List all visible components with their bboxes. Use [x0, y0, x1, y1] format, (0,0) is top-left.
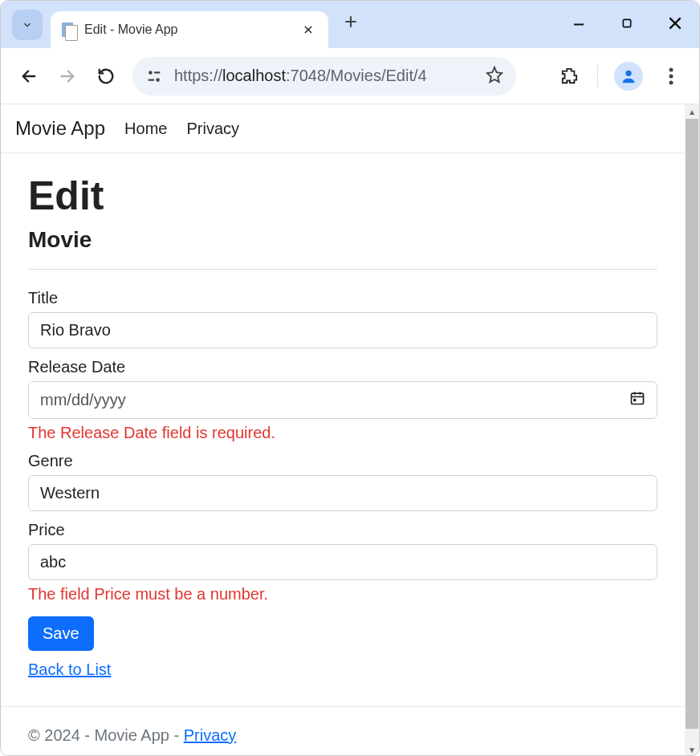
bookmark-star-icon[interactable] — [486, 66, 503, 87]
calendar-icon[interactable] — [629, 390, 645, 410]
close-window-button[interactable] — [665, 14, 685, 33]
extensions-icon[interactable] — [557, 64, 581, 88]
genre-input[interactable] — [28, 475, 657, 511]
price-error: The field Price must be a number. — [28, 585, 657, 604]
profile-button[interactable] — [614, 62, 643, 91]
app-footer: © 2024 - Movie App - Privacy — [1, 706, 685, 756]
forward-button[interactable] — [55, 64, 79, 88]
browser-toolbar: https://localhost:7048/Movies/Edit/4 — [1, 48, 699, 104]
footer-text: © 2024 - Movie App - — [28, 726, 184, 744]
svg-point-6 — [669, 80, 674, 84]
svg-point-5 — [669, 74, 674, 78]
release-date-label: Release Date — [28, 358, 657, 376]
svg-point-3 — [625, 70, 631, 75]
release-date-placeholder: mm/dd/yyyy — [40, 391, 126, 409]
nav-home[interactable]: Home — [124, 120, 167, 138]
new-tab-button[interactable] — [343, 10, 359, 35]
site-settings-icon[interactable] — [145, 67, 163, 85]
toolbar-divider — [597, 65, 598, 87]
app-navbar: Movie App Home Privacy — [1, 104, 685, 153]
price-input[interactable] — [28, 544, 657, 580]
kebab-menu-icon[interactable] — [659, 64, 683, 88]
browser-tab-strip: Edit - Movie App — [1, 1, 699, 48]
svg-point-4 — [669, 67, 674, 71]
url-text: https://localhost:7048/Movies/Edit/4 — [174, 67, 474, 85]
browser-tab[interactable]: Edit - Movie App — [51, 11, 328, 48]
svg-rect-7 — [632, 393, 644, 404]
release-date-input[interactable]: mm/dd/yyyy — [28, 381, 657, 419]
release-date-error: The Release Date field is required. — [28, 424, 657, 442]
brand-link[interactable]: Movie App — [15, 117, 105, 140]
tab-search-button[interactable] — [12, 10, 43, 40]
footer-privacy-link[interactable]: Privacy — [184, 726, 237, 744]
divider — [28, 269, 657, 270]
svg-rect-8 — [633, 399, 636, 401]
back-button[interactable] — [17, 64, 41, 88]
reload-button[interactable] — [94, 64, 118, 88]
back-to-list-link[interactable]: Back to List — [28, 660, 111, 679]
page-title: Edit — [28, 173, 657, 219]
nav-privacy[interactable]: Privacy — [186, 120, 239, 138]
maximize-button[interactable] — [617, 14, 637, 33]
svg-point-1 — [149, 71, 153, 75]
page-content: Movie App Home Privacy Edit Movie Title … — [1, 104, 685, 756]
scroll-down-arrow[interactable]: ▼ — [685, 742, 699, 756]
address-bar[interactable]: https://localhost:7048/Movies/Edit/4 — [132, 57, 516, 96]
scroll-up-arrow[interactable]: ▲ — [685, 104, 699, 119]
tab-favicon-icon — [62, 21, 76, 39]
genre-label: Genre — [28, 452, 657, 470]
scrollbar-thumb[interactable] — [686, 119, 698, 729]
page-subtitle: Movie — [28, 227, 657, 253]
price-label: Price — [28, 521, 657, 539]
tab-close-button[interactable] — [298, 21, 319, 39]
tab-title: Edit - Movie App — [84, 22, 298, 37]
title-input[interactable] — [28, 312, 657, 348]
title-label: Title — [28, 289, 657, 307]
save-button[interactable]: Save — [28, 616, 94, 651]
svg-rect-0 — [623, 19, 630, 26]
svg-point-2 — [156, 78, 160, 82]
minimize-button[interactable] — [569, 14, 588, 33]
